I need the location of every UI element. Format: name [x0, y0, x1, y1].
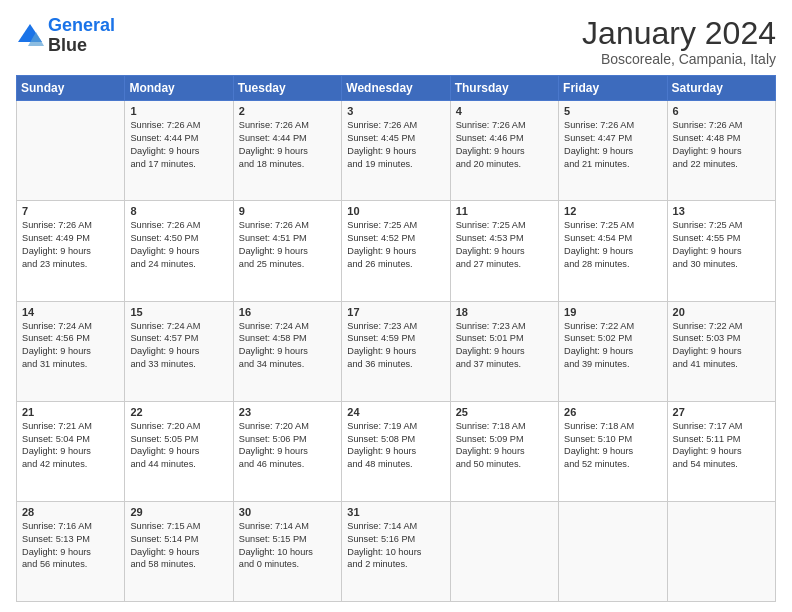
- calendar-cell: 14Sunrise: 7:24 AM Sunset: 4:56 PM Dayli…: [17, 301, 125, 401]
- day-info: Sunrise: 7:26 AM Sunset: 4:44 PM Dayligh…: [130, 119, 227, 171]
- subtitle: Boscoreale, Campania, Italy: [582, 51, 776, 67]
- calendar-cell: 18Sunrise: 7:23 AM Sunset: 5:01 PM Dayli…: [450, 301, 558, 401]
- day-number: 28: [22, 506, 119, 518]
- calendar-cell: 19Sunrise: 7:22 AM Sunset: 5:02 PM Dayli…: [559, 301, 667, 401]
- calendar-cell: [450, 501, 558, 601]
- day-number: 6: [673, 105, 770, 117]
- day-number: 22: [130, 406, 227, 418]
- calendar-cell: 1Sunrise: 7:26 AM Sunset: 4:44 PM Daylig…: [125, 101, 233, 201]
- day-info: Sunrise: 7:24 AM Sunset: 4:57 PM Dayligh…: [130, 320, 227, 372]
- col-header-thursday: Thursday: [450, 76, 558, 101]
- day-number: 23: [239, 406, 336, 418]
- day-number: 3: [347, 105, 444, 117]
- day-number: 31: [347, 506, 444, 518]
- calendar-cell: 2Sunrise: 7:26 AM Sunset: 4:44 PM Daylig…: [233, 101, 341, 201]
- header: General Blue January 2024 Boscoreale, Ca…: [16, 16, 776, 67]
- calendar-cell: 5Sunrise: 7:26 AM Sunset: 4:47 PM Daylig…: [559, 101, 667, 201]
- day-number: 10: [347, 205, 444, 217]
- day-info: Sunrise: 7:20 AM Sunset: 5:06 PM Dayligh…: [239, 420, 336, 472]
- day-info: Sunrise: 7:24 AM Sunset: 4:58 PM Dayligh…: [239, 320, 336, 372]
- calendar-cell: 15Sunrise: 7:24 AM Sunset: 4:57 PM Dayli…: [125, 301, 233, 401]
- calendar-cell: 9Sunrise: 7:26 AM Sunset: 4:51 PM Daylig…: [233, 201, 341, 301]
- day-number: 20: [673, 306, 770, 318]
- day-number: 25: [456, 406, 553, 418]
- day-info: Sunrise: 7:14 AM Sunset: 5:15 PM Dayligh…: [239, 520, 336, 572]
- col-header-tuesday: Tuesday: [233, 76, 341, 101]
- calendar-cell: 29Sunrise: 7:15 AM Sunset: 5:14 PM Dayli…: [125, 501, 233, 601]
- calendar-cell: 30Sunrise: 7:14 AM Sunset: 5:15 PM Dayli…: [233, 501, 341, 601]
- day-info: Sunrise: 7:25 AM Sunset: 4:52 PM Dayligh…: [347, 219, 444, 271]
- calendar-cell: 8Sunrise: 7:26 AM Sunset: 4:50 PM Daylig…: [125, 201, 233, 301]
- calendar-week-2: 7Sunrise: 7:26 AM Sunset: 4:49 PM Daylig…: [17, 201, 776, 301]
- main-title: January 2024: [582, 16, 776, 51]
- day-info: Sunrise: 7:25 AM Sunset: 4:54 PM Dayligh…: [564, 219, 661, 271]
- day-info: Sunrise: 7:26 AM Sunset: 4:49 PM Dayligh…: [22, 219, 119, 271]
- calendar-cell: 10Sunrise: 7:25 AM Sunset: 4:52 PM Dayli…: [342, 201, 450, 301]
- day-number: 27: [673, 406, 770, 418]
- day-number: 9: [239, 205, 336, 217]
- day-info: Sunrise: 7:15 AM Sunset: 5:14 PM Dayligh…: [130, 520, 227, 572]
- day-info: Sunrise: 7:22 AM Sunset: 5:02 PM Dayligh…: [564, 320, 661, 372]
- day-number: 16: [239, 306, 336, 318]
- calendar-cell: 12Sunrise: 7:25 AM Sunset: 4:54 PM Dayli…: [559, 201, 667, 301]
- day-info: Sunrise: 7:21 AM Sunset: 5:04 PM Dayligh…: [22, 420, 119, 472]
- day-info: Sunrise: 7:26 AM Sunset: 4:45 PM Dayligh…: [347, 119, 444, 171]
- day-info: Sunrise: 7:26 AM Sunset: 4:46 PM Dayligh…: [456, 119, 553, 171]
- calendar-cell: [559, 501, 667, 601]
- calendar-week-4: 21Sunrise: 7:21 AM Sunset: 5:04 PM Dayli…: [17, 401, 776, 501]
- col-header-wednesday: Wednesday: [342, 76, 450, 101]
- day-info: Sunrise: 7:18 AM Sunset: 5:10 PM Dayligh…: [564, 420, 661, 472]
- day-number: 8: [130, 205, 227, 217]
- day-number: 26: [564, 406, 661, 418]
- col-header-friday: Friday: [559, 76, 667, 101]
- calendar-cell: 31Sunrise: 7:14 AM Sunset: 5:16 PM Dayli…: [342, 501, 450, 601]
- day-number: 17: [347, 306, 444, 318]
- day-number: 19: [564, 306, 661, 318]
- calendar-cell: [667, 501, 775, 601]
- day-number: 24: [347, 406, 444, 418]
- day-number: 14: [22, 306, 119, 318]
- day-number: 4: [456, 105, 553, 117]
- calendar-cell: 6Sunrise: 7:26 AM Sunset: 4:48 PM Daylig…: [667, 101, 775, 201]
- day-info: Sunrise: 7:25 AM Sunset: 4:53 PM Dayligh…: [456, 219, 553, 271]
- calendar-header-row: SundayMondayTuesdayWednesdayThursdayFrid…: [17, 76, 776, 101]
- day-info: Sunrise: 7:16 AM Sunset: 5:13 PM Dayligh…: [22, 520, 119, 572]
- day-info: Sunrise: 7:26 AM Sunset: 4:51 PM Dayligh…: [239, 219, 336, 271]
- day-number: 30: [239, 506, 336, 518]
- calendar-cell: 23Sunrise: 7:20 AM Sunset: 5:06 PM Dayli…: [233, 401, 341, 501]
- day-info: Sunrise: 7:24 AM Sunset: 4:56 PM Dayligh…: [22, 320, 119, 372]
- col-header-monday: Monday: [125, 76, 233, 101]
- day-number: 13: [673, 205, 770, 217]
- day-number: 5: [564, 105, 661, 117]
- day-number: 21: [22, 406, 119, 418]
- col-header-sunday: Sunday: [17, 76, 125, 101]
- calendar-cell: 4Sunrise: 7:26 AM Sunset: 4:46 PM Daylig…: [450, 101, 558, 201]
- calendar-cell: 3Sunrise: 7:26 AM Sunset: 4:45 PM Daylig…: [342, 101, 450, 201]
- calendar-cell: 7Sunrise: 7:26 AM Sunset: 4:49 PM Daylig…: [17, 201, 125, 301]
- calendar-cell: 20Sunrise: 7:22 AM Sunset: 5:03 PM Dayli…: [667, 301, 775, 401]
- day-number: 2: [239, 105, 336, 117]
- day-number: 29: [130, 506, 227, 518]
- calendar-cell: 24Sunrise: 7:19 AM Sunset: 5:08 PM Dayli…: [342, 401, 450, 501]
- calendar-table: SundayMondayTuesdayWednesdayThursdayFrid…: [16, 75, 776, 602]
- logo: General Blue: [16, 16, 115, 56]
- day-info: Sunrise: 7:25 AM Sunset: 4:55 PM Dayligh…: [673, 219, 770, 271]
- calendar-cell: 16Sunrise: 7:24 AM Sunset: 4:58 PM Dayli…: [233, 301, 341, 401]
- day-number: 18: [456, 306, 553, 318]
- calendar-week-5: 28Sunrise: 7:16 AM Sunset: 5:13 PM Dayli…: [17, 501, 776, 601]
- day-info: Sunrise: 7:26 AM Sunset: 4:48 PM Dayligh…: [673, 119, 770, 171]
- calendar-cell: 17Sunrise: 7:23 AM Sunset: 4:59 PM Dayli…: [342, 301, 450, 401]
- calendar-cell: 26Sunrise: 7:18 AM Sunset: 5:10 PM Dayli…: [559, 401, 667, 501]
- day-info: Sunrise: 7:26 AM Sunset: 4:50 PM Dayligh…: [130, 219, 227, 271]
- day-number: 1: [130, 105, 227, 117]
- calendar-cell: 21Sunrise: 7:21 AM Sunset: 5:04 PM Dayli…: [17, 401, 125, 501]
- calendar-cell: 28Sunrise: 7:16 AM Sunset: 5:13 PM Dayli…: [17, 501, 125, 601]
- day-info: Sunrise: 7:23 AM Sunset: 4:59 PM Dayligh…: [347, 320, 444, 372]
- day-info: Sunrise: 7:23 AM Sunset: 5:01 PM Dayligh…: [456, 320, 553, 372]
- title-block: January 2024 Boscoreale, Campania, Italy: [582, 16, 776, 67]
- day-info: Sunrise: 7:14 AM Sunset: 5:16 PM Dayligh…: [347, 520, 444, 572]
- page: General Blue January 2024 Boscoreale, Ca…: [0, 0, 792, 612]
- calendar-cell: [17, 101, 125, 201]
- calendar-week-3: 14Sunrise: 7:24 AM Sunset: 4:56 PM Dayli…: [17, 301, 776, 401]
- day-info: Sunrise: 7:20 AM Sunset: 5:05 PM Dayligh…: [130, 420, 227, 472]
